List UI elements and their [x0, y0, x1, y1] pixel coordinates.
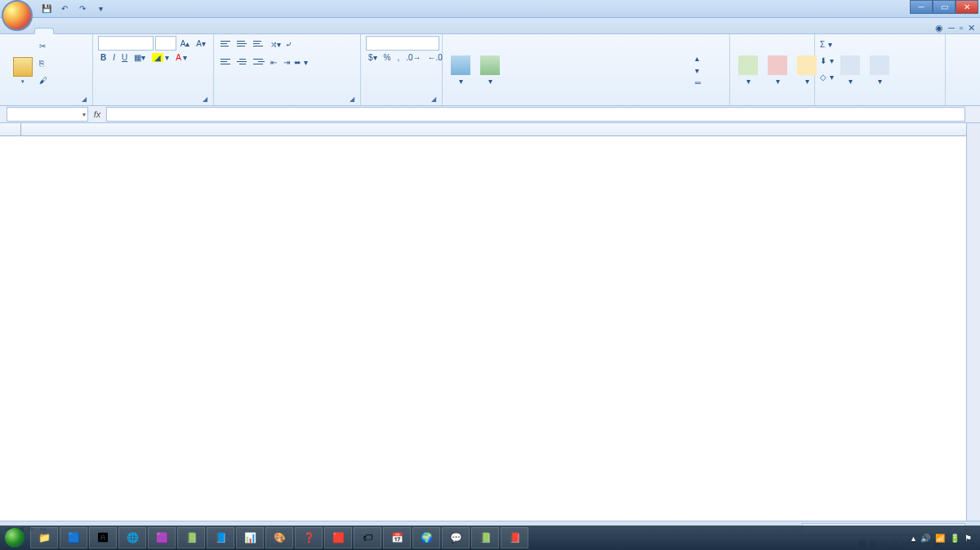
- task-item[interactable]: 📁: [30, 527, 58, 548]
- tab-view[interactable]: [144, 29, 162, 33]
- close-workbook-icon[interactable]: ✕: [968, 23, 975, 33]
- flag-icon[interactable]: ⚑: [964, 534, 972, 543]
- copy-button[interactable]: ⎘: [39, 55, 49, 71]
- orientation-button[interactable]: ⤭▾: [268, 36, 283, 52]
- tab-formulas[interactable]: [90, 29, 108, 33]
- task-item[interactable]: 📅: [383, 527, 411, 548]
- font-size-combo[interactable]: [155, 36, 176, 51]
- tab-data[interactable]: [108, 29, 126, 33]
- format-table-button[interactable]: ▾: [477, 36, 503, 105]
- minimize-ribbon-icon[interactable]: ─: [948, 23, 955, 33]
- task-item[interactable]: ❓: [295, 527, 323, 548]
- autosum-button[interactable]: Σ▾: [820, 36, 834, 52]
- border-button[interactable]: ▦▾: [131, 52, 148, 63]
- tab-acrobat[interactable]: [162, 29, 180, 33]
- tray-up-icon[interactable]: ▴: [911, 534, 915, 543]
- save-icon[interactable]: 💾: [39, 2, 54, 16]
- select-all-button[interactable]: [0, 123, 21, 135]
- restore-window-icon[interactable]: ▫: [960, 23, 963, 33]
- start-button[interactable]: [0, 526, 29, 550]
- worksheet-grid[interactable]: [0, 123, 980, 521]
- fx-button[interactable]: fx: [88, 109, 106, 119]
- insert-cells-button[interactable]: ▾: [735, 36, 761, 105]
- delete-icon: [768, 55, 787, 75]
- formula-input[interactable]: [106, 107, 965, 122]
- comma-button[interactable]: ,: [394, 52, 402, 63]
- clipboard-launcher-icon[interactable]: ◢: [82, 95, 90, 104]
- increase-indent-button[interactable]: ⇥: [281, 54, 292, 70]
- wrap-text-button[interactable]: ⤶: [285, 36, 293, 52]
- align-top-button[interactable]: [219, 36, 234, 51]
- battery-icon[interactable]: 🔋: [950, 534, 960, 543]
- tab-home[interactable]: [34, 28, 54, 34]
- fill-color-button[interactable]: ◢▾: [149, 52, 172, 63]
- styles-scroll-up-icon[interactable]: ▴: [693, 53, 704, 64]
- task-item[interactable]: 💬: [442, 527, 470, 548]
- name-box[interactable]: [7, 107, 88, 122]
- paste-button[interactable]: ▾: [10, 36, 36, 105]
- tab-review[interactable]: [126, 29, 144, 33]
- underline-button[interactable]: U: [119, 52, 130, 63]
- cell-styles-gallery[interactable]: [506, 36, 689, 105]
- network-icon[interactable]: 📶: [935, 534, 945, 543]
- styles-more-icon[interactable]: ═: [693, 78, 704, 88]
- percent-button[interactable]: %: [381, 52, 394, 63]
- align-middle-button[interactable]: [235, 36, 250, 51]
- maximize-button[interactable]: ▭: [933, 0, 956, 14]
- alignment-launcher-icon[interactable]: ◢: [350, 95, 358, 104]
- conditional-formatting-button[interactable]: ▾: [448, 36, 474, 105]
- task-item[interactable]: 📗: [471, 527, 499, 548]
- task-item[interactable]: 📗: [177, 527, 205, 548]
- bold-button[interactable]: B: [98, 52, 109, 63]
- align-left-button[interactable]: [219, 54, 234, 69]
- format-painter-button[interactable]: 🖌: [39, 72, 49, 88]
- find-select-button[interactable]: ▾: [866, 36, 893, 105]
- cut-button[interactable]: ✂: [39, 38, 49, 54]
- decrease-indent-button[interactable]: ⇤: [268, 54, 279, 70]
- font-launcher-icon[interactable]: ◢: [203, 95, 211, 104]
- currency-button[interactable]: $▾: [366, 52, 380, 63]
- grow-font-icon[interactable]: A▴: [178, 36, 193, 51]
- merge-center-button[interactable]: ⬌▾: [294, 54, 308, 70]
- number-launcher-icon[interactable]: ◢: [431, 95, 439, 104]
- task-item[interactable]: 📕: [501, 527, 528, 548]
- task-item[interactable]: 🟪: [148, 527, 176, 548]
- styles-scroll-down-icon[interactable]: ▾: [693, 65, 704, 76]
- number-format-combo[interactable]: [366, 36, 439, 51]
- increase-decimal-button[interactable]: .0→: [403, 52, 423, 63]
- minimize-button[interactable]: ─: [910, 0, 933, 14]
- tab-insert[interactable]: [54, 29, 72, 33]
- shrink-font-icon[interactable]: A▾: [194, 36, 208, 51]
- clear-button[interactable]: ◇▾: [820, 69, 834, 85]
- task-item[interactable]: 🌐: [118, 527, 146, 548]
- tab-page-layout[interactable]: [72, 29, 90, 33]
- align-right-button[interactable]: [252, 54, 266, 69]
- task-item[interactable]: 📊: [236, 527, 264, 548]
- volume-icon[interactable]: 🔊: [920, 534, 930, 543]
- task-item[interactable]: 🎨: [265, 527, 293, 548]
- align-center-button[interactable]: [235, 54, 250, 69]
- task-item[interactable]: 📘: [207, 527, 234, 548]
- font-color-button[interactable]: A▾: [173, 52, 189, 63]
- italic-button[interactable]: I: [110, 52, 118, 63]
- help-icon[interactable]: ◉: [935, 23, 943, 33]
- task-item[interactable]: 🏷: [354, 527, 381, 548]
- insert-icon: [738, 55, 758, 75]
- redo-icon[interactable]: ↷: [75, 2, 90, 16]
- task-item[interactable]: 🟥: [324, 527, 352, 548]
- vertical-scrollbar[interactable]: [966, 123, 980, 521]
- align-bottom-button[interactable]: [252, 36, 266, 51]
- office-button[interactable]: [2, 0, 33, 31]
- qat-more-icon[interactable]: ▾: [93, 2, 108, 16]
- task-item[interactable]: 🌍: [412, 527, 440, 548]
- task-item[interactable]: 🟦: [60, 527, 87, 548]
- delete-cells-button[interactable]: ▾: [764, 36, 791, 105]
- close-button[interactable]: ✕: [956, 0, 978, 14]
- sort-filter-button[interactable]: ▾: [837, 36, 863, 105]
- task-item[interactable]: 🅰: [89, 527, 117, 548]
- font-name-combo[interactable]: [98, 36, 154, 51]
- scissors-icon: ✂: [39, 42, 46, 51]
- fill-button[interactable]: ⬇▾: [820, 52, 834, 69]
- undo-icon[interactable]: ↶: [57, 2, 72, 16]
- copy-icon: ⎘: [39, 59, 44, 68]
